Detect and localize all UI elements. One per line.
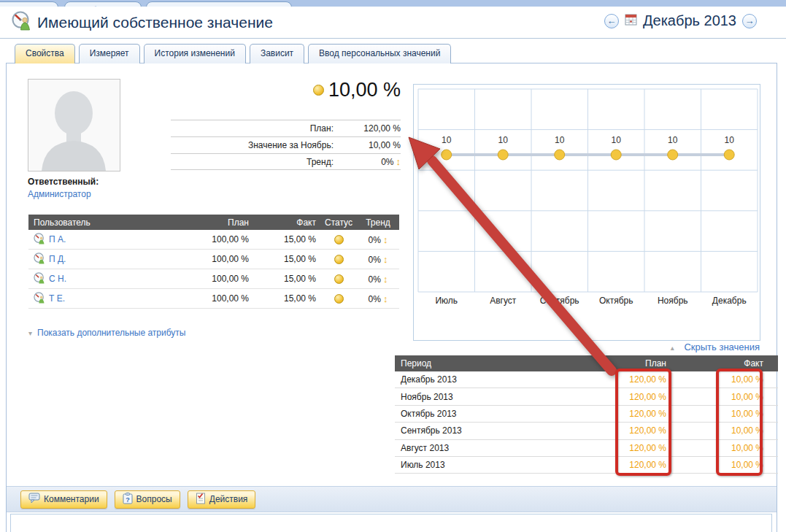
actions-button[interactable]: Действия	[188, 490, 256, 509]
top-tab-strip: Избранное Вопрос Комментарии	[0, 0, 786, 7]
period-table-header: Период План Факт	[395, 355, 778, 371]
summary-table: План: 120,00 % Значение за Ноябрь: 10,00…	[171, 120, 401, 170]
top-tab-fragment[interactable]	[0, 1, 58, 7]
top-tab-favorites[interactable]: Избранное	[64, 1, 142, 7]
comments-area[interactable]	[10, 514, 772, 532]
tab-bar: Свойства Измеряет История изменений Зави…	[15, 44, 451, 63]
current-period-label[interactable]: Декабрь 2013	[643, 12, 736, 29]
users-table: Пользователь План Факт Статус Тренд П А.…	[28, 215, 399, 309]
user-name-link[interactable]: П А.	[49, 234, 66, 244]
tab-properties[interactable]: Свойства	[15, 44, 75, 63]
user-gauge-icon	[34, 233, 45, 247]
header-separator	[0, 38, 786, 39]
questions-button[interactable]: ? Вопросы	[115, 490, 180, 509]
top-tab-question-comments[interactable]: Вопрос Комментарии	[146, 1, 292, 7]
action-note-icon	[196, 493, 206, 506]
avatar	[28, 79, 120, 171]
status-circle-icon	[334, 255, 344, 264]
comment-bubble-icon	[28, 493, 40, 506]
user-gauge-icon	[34, 292, 45, 306]
show-attributes-link[interactable]: ▾ Показать дополнительные атрибуты	[28, 328, 185, 338]
user-gauge-icon	[34, 252, 45, 266]
current-value: 10,00 %	[328, 79, 401, 101]
period-row: Июль 2013 120,00 % 10,00 %	[395, 457, 778, 474]
user-row: Т Е. 100,00 % 15,00 % 0%↕	[28, 289, 399, 309]
tab-measures[interactable]: Измеряет	[79, 44, 140, 63]
users-table-header: Пользователь План Факт Статус Тренд	[28, 215, 399, 230]
period-navigator: ← Декабрь 2013 →	[604, 12, 757, 29]
svg-text:?: ?	[126, 496, 130, 503]
trend-updown-icon: ↕	[396, 156, 401, 167]
app-window: Избранное Вопрос Комментарии Имеющий соб…	[0, 0, 786, 532]
calendar-icon[interactable]	[625, 14, 637, 28]
period-row: Декабрь 2013 120,00 % 10,00 %	[395, 371, 778, 388]
trend-updown-icon: ↕	[383, 254, 388, 265]
hide-values-link[interactable]: ▴ Скрыть значения	[563, 342, 760, 352]
tab-personal-values[interactable]: Ввод персональных значений	[308, 44, 451, 63]
status-circle-icon	[334, 274, 344, 284]
period-table: Период План Факт Декабрь 2013 120,00 % 1…	[395, 355, 778, 474]
svg-text:10: 10	[555, 135, 565, 145]
summary-row-prev-value: Значение за Ноябрь: 10,00 %	[171, 136, 401, 153]
comments-button[interactable]: Комментарии	[20, 490, 107, 509]
next-period-button[interactable]: →	[742, 14, 757, 28]
user-row: С Н. 100,00 % 15,00 % 0%↕	[28, 269, 399, 289]
collapse-up-icon: ▴	[671, 344, 674, 352]
responsible-label: Ответственный:	[28, 177, 99, 187]
period-row: Октябрь 2013 120,00 % 10,00 %	[395, 406, 778, 423]
period-row: Ноябрь 2013 120,00 % 10,00 %	[395, 388, 778, 405]
user-name-link[interactable]: П Д.	[49, 254, 66, 264]
svg-text:10: 10	[725, 135, 735, 145]
responsible-name-link[interactable]: Администратор	[28, 189, 91, 199]
status-circle-icon	[334, 235, 344, 244]
question-clipboard-icon: ?	[123, 493, 133, 506]
svg-text:10: 10	[442, 135, 452, 145]
header: Имеющий собственное значение ← Декабрь 2…	[0, 7, 786, 38]
trend-updown-icon: ↕	[383, 274, 388, 285]
summary-row-trend: Тренд: 0%↕	[171, 153, 401, 170]
trend-updown-icon: ↕	[383, 293, 388, 304]
svg-text:10: 10	[668, 135, 678, 145]
user-name-link[interactable]: С Н.	[49, 274, 66, 284]
chart-x-axis-labels: ИюльАвгуст СентябрьОктябрь НоябрьДекабрь	[418, 296, 758, 306]
svg-text:10: 10	[498, 135, 509, 145]
bottom-toolbar: Комментарии ? Вопросы	[7, 486, 777, 512]
page-title: Имеющий собственное значение	[37, 14, 273, 31]
previous-period-button[interactable]: ←	[604, 14, 619, 28]
collapse-icon: ▾	[28, 329, 32, 337]
user-row: П А. 100,00 % 15,00 % 0%↕	[28, 230, 399, 250]
user-gauge-icon	[34, 272, 45, 286]
status-circle-icon	[313, 85, 324, 96]
trend-updown-icon: ↕	[383, 234, 388, 245]
tab-change-history[interactable]: История изменений	[144, 44, 246, 63]
period-row: Сентябрь 2013 120,00 % 10,00 %	[395, 423, 778, 439]
value-chart: 10 10 10 10 10 10 ИюльАвгуст СентябрьОкт…	[413, 84, 760, 341]
user-name-link[interactable]: Т Е.	[49, 293, 65, 304]
properties-panel: Ответственный: Администратор 10,00 % Пла…	[6, 63, 777, 532]
current-value-block: 10,00 %	[176, 77, 401, 103]
summary-row-plan: План: 120,00 %	[171, 120, 401, 136]
indicator-gauge-icon	[12, 11, 31, 34]
user-row: П Д. 100,00 % 15,00 % 0%↕	[28, 250, 399, 269]
svg-text:10: 10	[612, 135, 622, 145]
tab-depends[interactable]: Зависит	[250, 44, 304, 63]
period-row: Август 2013 120,00 % 10,00 %	[395, 440, 778, 457]
status-circle-icon	[334, 294, 344, 304]
